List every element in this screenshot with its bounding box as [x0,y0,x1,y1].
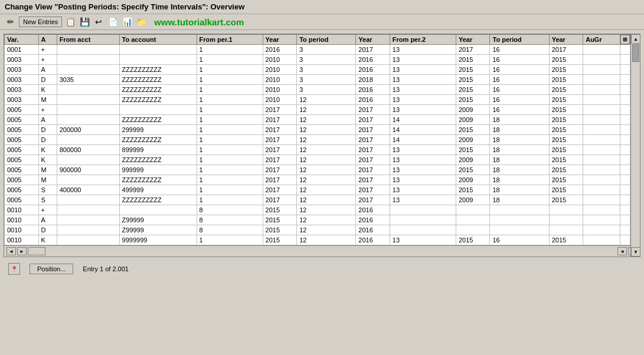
table-row[interactable]: 0005M90000099999912017122017132015182015 [5,165,630,175]
table-row[interactable]: 0005MZZZZZZZZZZ12017122017132009182015 [5,175,630,185]
cell-from_per2: 13 [390,55,456,65]
undo-icon[interactable]: ↩ [93,16,104,28]
cell-year4: 2015 [549,85,583,95]
table-row[interactable]: 0005SZZZZZZZZZZ12017122017132009182015 [5,195,630,205]
cell-from_acct [57,205,119,215]
table-row[interactable]: 0003MZZZZZZZZZZ12010122016132015162015 [5,95,630,105]
table-row[interactable]: 0005D20000029999912017122017142015182015 [5,125,630,135]
cell-to_period2: 16 [490,85,549,95]
cell-year3: 2009 [456,115,490,125]
scroll-up-button[interactable]: ▲ [631,34,640,44]
cell-augr [583,195,620,205]
table-row[interactable]: 0005S40000049999912017122017132015182015 [5,185,630,195]
cell-augr [583,185,620,195]
table-row[interactable]: 0005KZZZZZZZZZZ12017122017132009182015 [5,155,630,165]
cell-augr [583,115,620,125]
cell-a: S [38,185,57,195]
cell-var: 0005 [5,145,39,155]
edit-icon[interactable]: ✏ [5,16,17,28]
nav-right-button[interactable]: ► [17,247,27,255]
cell-a: D [38,225,57,235]
doc-icon[interactable]: 📄 [107,16,119,28]
cell-year1: 2017 [263,175,297,185]
cell-year4: 2015 [549,115,583,125]
cell-year4: 2015 [549,105,583,115]
table-row[interactable]: 0010K999999912015122016132015162015 [5,235,630,245]
table-row[interactable]: 0003D3035ZZZZZZZZZZ120103201813201516201… [5,75,630,85]
table-icon[interactable]: 📊 [121,16,133,28]
cell-from_per2: 13 [390,165,456,175]
table-row[interactable]: 0003+1201032016132015162015 [5,55,630,65]
cell-from_per2: 13 [390,105,456,115]
table-row[interactable]: 0010+82015122016 [5,205,630,215]
save-icon[interactable]: 💾 [79,16,90,28]
cell-var: 0003 [5,65,39,75]
cell-var: 0003 [5,95,39,105]
cell-year3 [456,215,490,225]
cell-to_account: 999999 [119,165,197,175]
cell-year3 [456,225,490,235]
cell-from_per2 [390,225,456,235]
cell-from_per2: 13 [390,45,456,55]
cell-year2: 2017 [356,195,390,205]
table-row[interactable]: 0003AZZZZZZZZZZ1201032016132015162015 [5,65,630,75]
cell-to_period: 3 [297,75,356,85]
table-row[interactable]: 0010AZ9999982015122016 [5,215,630,225]
cell-from_per1: 1 [197,105,263,115]
cell-year1: 2010 [263,85,297,95]
cell-year3: 2009 [456,175,490,185]
col-to-period2: To period [490,35,549,45]
cell-to_period2: 16 [490,95,549,105]
cell-augr [583,55,620,65]
nav-thumb[interactable] [28,247,45,255]
table-row[interactable]: 0010DZ9999982015122016 [5,225,630,235]
cell-year2: 2016 [356,235,390,245]
cell-to_period2 [490,215,549,225]
table-row[interactable]: 0005AZZZZZZZZZZ12017122017142009182015 [5,115,630,125]
cell-to_account: ZZZZZZZZZZ [119,135,197,145]
table-row[interactable]: 0005DZZZZZZZZZZ12017122017142009182015 [5,135,630,145]
copy-icon[interactable]: 📋 [64,16,76,28]
cell-to_period: 12 [297,235,356,245]
scroll-thumb[interactable] [632,44,639,62]
nav-scroll-left[interactable]: ◄ [617,247,627,255]
cell-empty [620,185,630,195]
cell-to_period2: 18 [490,125,549,135]
cell-to_period: 12 [297,115,356,125]
cell-year3: 2009 [456,105,490,115]
scroll-down-button[interactable]: ▼ [631,247,640,257]
table-row[interactable]: 0001+1201632017132017162017 [5,45,630,55]
table-row[interactable]: 0003KZZZZZZZZZZ1201032016132015162015 [5,85,630,95]
vertical-scrollbar[interactable]: ▲ ▼ [630,34,640,257]
cell-from_per1: 1 [197,145,263,155]
table-row[interactable]: 0005+12017122017132009162015 [5,105,630,115]
folder-icon[interactable]: 📁 [135,16,147,28]
cell-from_per2: 13 [390,65,456,75]
cell-from_per1: 1 [197,135,263,145]
cell-augr [583,235,620,245]
cell-from_acct [57,195,119,205]
cell-augr [583,225,620,235]
cell-year1: 2010 [263,75,297,85]
cell-var: 0005 [5,185,39,195]
cell-year4: 2015 [549,75,583,85]
cell-year2: 2017 [356,155,390,165]
cell-empty [620,65,630,75]
nav-left-button[interactable]: ◄ [6,247,16,255]
table-row[interactable]: 0005K80000089999912017122017132015182015 [5,145,630,155]
cell-from_per1: 1 [197,55,263,65]
col-resize[interactable]: ⊞ [620,35,630,45]
cell-year3: 2015 [456,85,490,95]
cell-to_period: 3 [297,55,356,65]
cell-var: 0005 [5,135,39,145]
cell-empty [620,155,630,165]
cell-a: S [38,195,57,205]
cell-year1: 2017 [263,145,297,155]
position-button[interactable]: Position... [30,264,73,274]
cell-a: A [38,215,57,225]
cell-year1: 2017 [263,185,297,195]
table-scroll[interactable]: Var. A From acct To account From per.1 Y… [4,34,630,245]
cell-year1: 2017 [263,155,297,165]
new-entries-button[interactable]: New Entries [19,17,62,27]
cell-year4: 2017 [549,45,583,55]
